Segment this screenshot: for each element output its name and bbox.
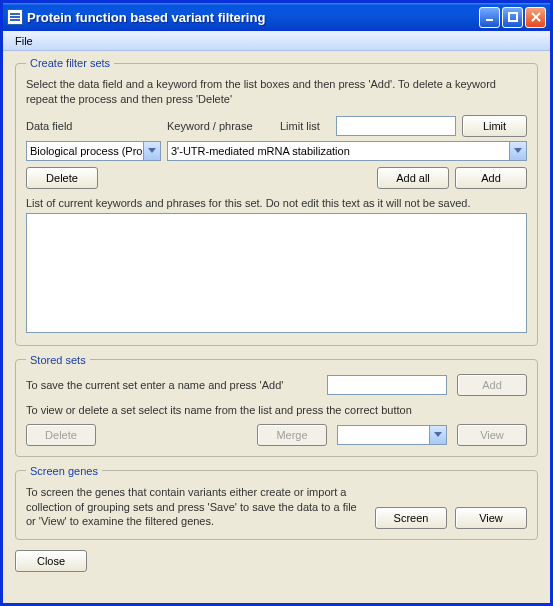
stored-set-select[interactable] [337,425,447,445]
stored-delete-button[interactable]: Delete [26,424,96,446]
limit-list-input[interactable] [336,116,456,136]
screen-legend: Screen genes [26,465,102,477]
maximize-button[interactable] [502,7,523,28]
minimize-button[interactable] [479,7,500,28]
content-area: Create filter sets Select the data field… [3,51,550,603]
stored-legend: Stored sets [26,354,90,366]
svg-rect-1 [10,16,20,18]
close-dialog-button[interactable]: Close [15,550,87,572]
menu-file[interactable]: File [9,33,39,49]
screen-view-button[interactable]: View [455,507,527,529]
delete-button[interactable]: Delete [26,167,98,189]
screen-instructions: To screen the genes that contain variant… [26,485,367,530]
create-filter-sets-group: Create filter sets Select the data field… [15,57,538,346]
stored-view-button[interactable]: View [457,424,527,446]
svg-rect-0 [10,13,20,15]
stored-save-instructions: To save the current set enter a name and… [26,379,317,391]
stored-name-input[interactable] [327,375,447,395]
keyword-list-textarea[interactable] [26,213,527,333]
data-field-label: Data field [26,120,161,132]
app-icon [7,9,23,25]
keyword-list-label: List of current keywords and phrases for… [26,197,527,209]
stored-view-instructions: To view or delete a set select its name … [26,404,527,416]
add-all-button[interactable]: Add all [377,167,449,189]
close-button[interactable] [525,7,546,28]
svg-rect-4 [509,13,517,21]
footer: Close [15,548,538,572]
keyword-label: Keyword / phrase [167,120,274,132]
screen-button[interactable]: Screen [375,507,447,529]
stored-add-button[interactable]: Add [457,374,527,396]
stored-merge-button[interactable]: Merge [257,424,327,446]
limit-list-label: Limit list [280,120,330,132]
window: Protein function based variant filtering… [0,0,553,606]
limit-button[interactable]: Limit [462,115,527,137]
add-button[interactable]: Add [455,167,527,189]
stored-sets-group: Stored sets To save the current set ente… [15,354,538,457]
titlebar-buttons [479,7,546,28]
keyword-select[interactable] [167,141,527,161]
create-instructions: Select the data field and a keyword from… [26,77,527,107]
menubar: File [3,31,550,51]
data-field-select[interactable] [26,141,161,161]
window-title: Protein function based variant filtering [27,10,479,25]
svg-rect-2 [10,19,20,21]
screen-genes-group: Screen genes To screen the genes that co… [15,465,538,541]
titlebar: Protein function based variant filtering [3,3,550,31]
create-legend: Create filter sets [26,57,114,69]
